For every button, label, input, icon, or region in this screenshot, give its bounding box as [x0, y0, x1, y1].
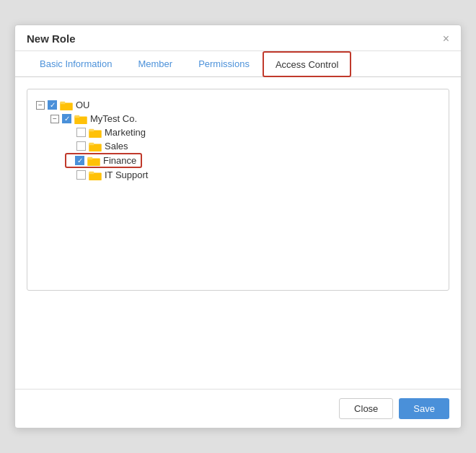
checkbox-it-support[interactable] — [76, 170, 86, 180]
tree-node-marketing: Marketing — [65, 126, 440, 139]
checkbox-ou[interactable]: ✓ — [48, 100, 57, 110]
tree-container: − ✓ OU − ✓ MyTest Co. — [27, 89, 449, 291]
no-expand-finance — [66, 157, 75, 165]
folder-icon-mytest — [74, 114, 87, 124]
folder-icon-sales — [89, 141, 102, 151]
tab-bar: Basic Information Member Permissions Acc… — [15, 51, 461, 77]
label-sales: Sales — [105, 141, 128, 151]
no-expand-it-support — [65, 171, 74, 180]
label-marketing: Marketing — [105, 127, 146, 138]
tree-indent-marketing: Marketing Sales — [65, 126, 440, 182]
tree-node-finance: ✓ Finance — [65, 153, 142, 168]
tab-basic-information[interactable]: Basic Information — [27, 51, 125, 76]
save-button[interactable]: Save — [399, 398, 449, 419]
new-role-dialog: New Role × Basic Information Member Perm… — [14, 25, 462, 428]
expand-mytest-icon[interactable]: − — [50, 115, 59, 123]
svg-rect-7 — [89, 142, 94, 145]
svg-rect-3 — [74, 115, 79, 118]
tree-node-mytest: − ✓ MyTest Co. — [50, 112, 440, 126]
label-mytest: MyTest Co. — [90, 113, 137, 124]
dialog-close-button[interactable]: × — [443, 33, 449, 45]
close-button[interactable]: Close — [339, 398, 393, 419]
no-expand-sales — [65, 142, 74, 151]
svg-rect-5 — [89, 128, 94, 131]
label-finance: Finance — [103, 155, 136, 166]
no-expand-marketing — [65, 128, 74, 137]
tab-member[interactable]: Member — [125, 51, 185, 76]
tree-node-it-support: IT Support — [65, 168, 440, 182]
tree-indent-mytest: − ✓ MyTest Co. — [50, 112, 440, 182]
tab-permissions[interactable]: Permissions — [185, 51, 263, 76]
checkbox-marketing[interactable] — [76, 128, 86, 137]
svg-rect-11 — [89, 171, 94, 174]
dialog-footer: Close Save — [15, 389, 461, 428]
tree-node-sales: Sales — [65, 139, 440, 153]
tab-access-control[interactable]: Access Control — [263, 51, 351, 77]
folder-icon-ou — [60, 100, 73, 110]
dialog-body: − ✓ OU − ✓ MyTest Co. — [15, 77, 461, 389]
tree-node-ou: − ✓ OU — [36, 98, 440, 112]
checkbox-mytest[interactable]: ✓ — [62, 114, 71, 123]
svg-rect-9 — [87, 157, 92, 159]
svg-rect-1 — [60, 101, 65, 104]
folder-icon-marketing — [89, 128, 102, 138]
folder-icon-it-support — [89, 170, 102, 180]
label-ou: OU — [76, 100, 90, 110]
dialog-title: New Role — [27, 32, 76, 45]
dialog-header: New Role × — [15, 25, 461, 51]
label-it-support: IT Support — [105, 170, 148, 180]
folder-icon-finance — [87, 156, 100, 166]
checkbox-finance[interactable]: ✓ — [75, 156, 84, 165]
expand-ou-icon[interactable]: − — [36, 101, 45, 110]
checkbox-sales[interactable] — [76, 141, 86, 151]
